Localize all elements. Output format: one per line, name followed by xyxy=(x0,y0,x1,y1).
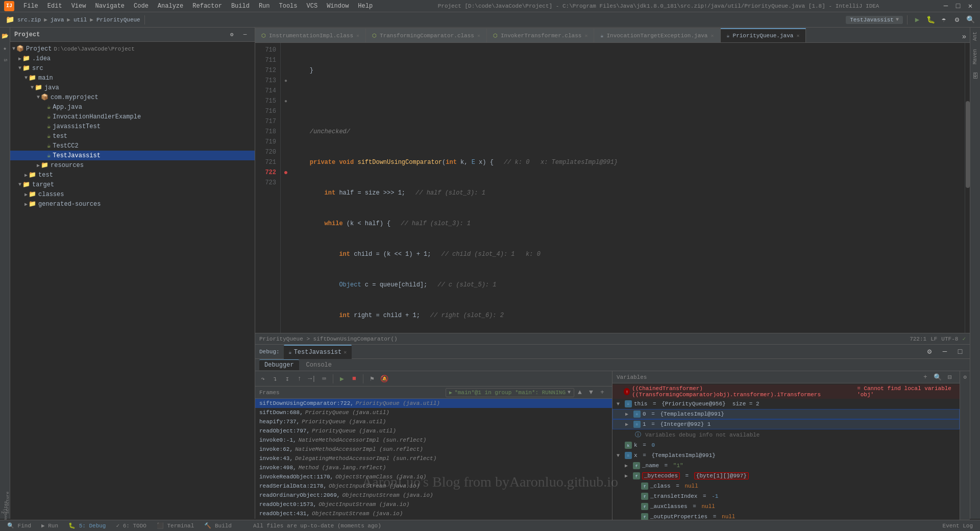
expand-this[interactable]: ▼ xyxy=(617,401,623,407)
tab-transforming[interactable]: ⬡ TransformingComparator.class ✕ xyxy=(366,28,487,42)
tree-item-main[interactable]: ▼ 📁 main xyxy=(10,73,255,83)
tree-item-invocation[interactable]: ▶ ☕ InvocationHandlerExample xyxy=(10,112,255,122)
tree-item-test[interactable]: ▶ ☕ test xyxy=(10,131,255,141)
tree-item-src[interactable]: ▼ 📁 src xyxy=(10,63,255,73)
run-config-selector[interactable]: TestJavassist ▼ xyxy=(846,16,903,24)
coverage-btn[interactable]: ☂ xyxy=(938,14,949,26)
thread-selector[interactable]: ▶ *main*@1 in group *main*: RUNNING ▼ xyxy=(446,388,574,397)
menu-edit[interactable]: Edit xyxy=(43,2,66,11)
var-x-name[interactable]: ▶ f _name = "1" xyxy=(612,461,960,471)
var-this-1[interactable]: ▶ ≡ 1 = {Integer@992} 1 xyxy=(612,419,960,429)
debug-tab-console[interactable]: Console xyxy=(301,360,337,370)
tree-item-testjavassist[interactable]: ▶ ☕ TestJavassist xyxy=(10,151,255,160)
menu-run[interactable]: Run xyxy=(255,2,274,11)
debug-status-btn[interactable]: 🐛 5: Debug xyxy=(65,522,109,529)
debug-settings-btn[interactable]: ⚙ xyxy=(924,346,935,357)
step-into-btn[interactable]: ↴ xyxy=(270,373,281,384)
frame-12[interactable]: readObject:431, ObjectInputStream (java.… xyxy=(255,509,612,518)
menu-tools[interactable]: Tools xyxy=(275,2,302,11)
tree-item-resources[interactable]: ▶ 📁 resources xyxy=(10,160,255,170)
frames-add-btn[interactable]: + xyxy=(597,387,608,398)
debug-maximize-btn[interactable]: □ xyxy=(954,346,966,357)
evaluate-btn[interactable]: ⌨ xyxy=(318,373,330,384)
frame-1[interactable]: siftDown:688, PriorityQueue (java.util) xyxy=(255,408,612,417)
var-x-class[interactable]: f _class = null xyxy=(612,481,960,491)
frame-0[interactable]: siftDownUsingComparator:722, PriorityQue… xyxy=(255,399,612,408)
code-content[interactable]: } /unchecked/ private void siftDownUsing… xyxy=(291,43,965,333)
structure-icon[interactable]: S xyxy=(1,56,9,64)
menu-navigate[interactable]: Navigate xyxy=(91,2,129,11)
step-over-btn[interactable]: ↷ xyxy=(257,373,268,384)
gutter-722[interactable]: ● xyxy=(281,167,291,178)
tree-item-target[interactable]: ▼ 📁 target xyxy=(10,180,255,189)
menu-vcs[interactable]: VCS xyxy=(303,2,322,11)
database-sidebar[interactable]: 🗄 xyxy=(972,70,978,82)
var-collapse-btn[interactable]: ⊟ xyxy=(944,372,955,383)
frame-8[interactable]: invokeReadObject:1170, ObjectStreamClass… xyxy=(255,472,612,481)
tree-item-generated[interactable]: ▶ 📁 generated-sources xyxy=(10,199,255,209)
expand-x-bytecodes[interactable]: ▶ xyxy=(625,473,631,479)
tree-item-javassist[interactable]: ▶ ☕ javassistTest xyxy=(10,122,255,131)
terminal-btn[interactable]: ⬛ Terminal xyxy=(154,522,197,529)
tree-item-project[interactable]: ▼ 📦 Project D:\code\JavaCode\Project xyxy=(10,44,255,54)
close-tab-0[interactable]: ✕ xyxy=(356,33,359,39)
frame-7[interactable]: invoke:498, Method (java.lang.reflect) xyxy=(255,463,612,472)
expand-x-name[interactable]: ▶ xyxy=(625,463,631,469)
close-tab-2[interactable]: ✕ xyxy=(584,33,587,39)
frame-11[interactable]: readObject0:1573, ObjectInputStream (jav… xyxy=(255,500,612,509)
close-tab-4[interactable]: ✕ xyxy=(796,33,799,39)
favorites-icon[interactable]: ★ xyxy=(1,44,9,52)
mute-btn[interactable]: 🔕 xyxy=(379,373,390,384)
tab-invoker[interactable]: ⬡ InvokerTransformer.class ✕ xyxy=(487,28,594,42)
tree-item-app[interactable]: ▶ ☕ App.java xyxy=(10,102,255,112)
tree-item-java[interactable]: ▼ 📁 java xyxy=(10,83,255,92)
var-x-bytecodes[interactable]: ▶ f _bytecodes = {byte[1][]@997} xyxy=(612,471,960,481)
frame-2[interactable]: heapify:737, PriorityQueue (java.util) xyxy=(255,417,612,426)
view-breakpoints-btn[interactable]: ⚑ xyxy=(366,373,378,384)
run-btn[interactable]: ▶ xyxy=(912,14,923,26)
build-btn[interactable]: 🔨 Build xyxy=(201,522,235,529)
menu-build[interactable]: Build xyxy=(227,2,254,11)
run-to-cursor-btn[interactable]: →| xyxy=(306,373,317,384)
debug-btn[interactable]: 🐛 xyxy=(925,14,936,26)
var-x[interactable]: ▼ ≡ x = {TemplatesImpl@991} xyxy=(612,450,960,461)
code-editor[interactable]: 710 711 712 713 714 715 716 717 718 719 … xyxy=(255,43,970,333)
menu-code[interactable]: Code xyxy=(130,2,153,11)
expand-x[interactable]: ▼ xyxy=(617,453,623,458)
frame-5[interactable]: invoke:62, NativeMethodAccessorImpl (sun… xyxy=(255,445,612,454)
debug-minimize-btn[interactable]: ─ xyxy=(939,346,950,357)
search-everywhere-btn[interactable]: 🔍 xyxy=(965,14,976,26)
var-k[interactable]: k k = 0 xyxy=(612,440,960,450)
find-btn[interactable]: 🔍 Find xyxy=(4,522,34,529)
frame-3[interactable]: readObject:797, PriorityQueue (java.util… xyxy=(255,426,612,436)
menu-view[interactable]: View xyxy=(67,2,90,11)
frames-up-btn[interactable]: ▲ xyxy=(574,387,585,398)
var-x-auxclasses[interactable]: f _auxClasses = null xyxy=(612,501,960,512)
favorites-bottom-icon[interactable]: 2:Favorites xyxy=(1,511,9,519)
menu-window[interactable]: Window xyxy=(323,2,353,11)
frame-6[interactable]: invoke:43, DelegatingMethodAccessorImpl … xyxy=(255,454,612,463)
settings-btn[interactable]: ⚙ xyxy=(951,14,963,26)
tab-invocation-target[interactable]: ☕ InvocationTargetException.java ✕ xyxy=(594,28,720,42)
menu-analyze[interactable]: Analyze xyxy=(154,2,187,11)
debug-tab-debugger[interactable]: ☕ TestJavassist ✕ xyxy=(284,345,352,359)
force-step-into-btn[interactable]: ↧ xyxy=(282,373,293,384)
expand-this-1[interactable]: ▶ xyxy=(625,421,631,427)
close-btn[interactable]: ✕ xyxy=(965,1,976,12)
frame-4[interactable]: invoke0:-1, NativeMethodAccessorImpl (su… xyxy=(255,436,612,445)
var-this-0[interactable]: ▶ ≡ 0 = {TemplatesImpl@991} xyxy=(612,409,960,419)
menu-help[interactable]: Help xyxy=(354,2,377,11)
todo-btn[interactable]: ✓ 6: TODO xyxy=(113,522,149,529)
frame-9[interactable]: readSerialData:2178, ObjectInputStream (… xyxy=(255,481,612,491)
menu-file[interactable]: File xyxy=(19,2,42,11)
tab-priority-queue[interactable]: ☕ PriorityQueue.java ✕ xyxy=(721,28,806,42)
tab-instrumentation[interactable]: ⬡ InstrumentationImpl.class ✕ xyxy=(255,28,366,42)
step-out-btn[interactable]: ↑ xyxy=(294,373,305,384)
project-minimize[interactable]: ─ xyxy=(239,29,251,40)
close-tab-1[interactable]: ✕ xyxy=(477,33,480,39)
var-x-transletindex[interactable]: f _transletIndex = -1 xyxy=(612,491,960,501)
tree-item-classes[interactable]: ▶ 📁 classes xyxy=(10,189,255,199)
debug-tab-debugger-inner[interactable]: Debugger xyxy=(259,359,299,370)
var-this[interactable]: ▼ ≡ this = {PriorityQueue@956} size = 2 xyxy=(612,399,960,409)
run-status-btn[interactable]: ▶ Run xyxy=(38,522,61,529)
